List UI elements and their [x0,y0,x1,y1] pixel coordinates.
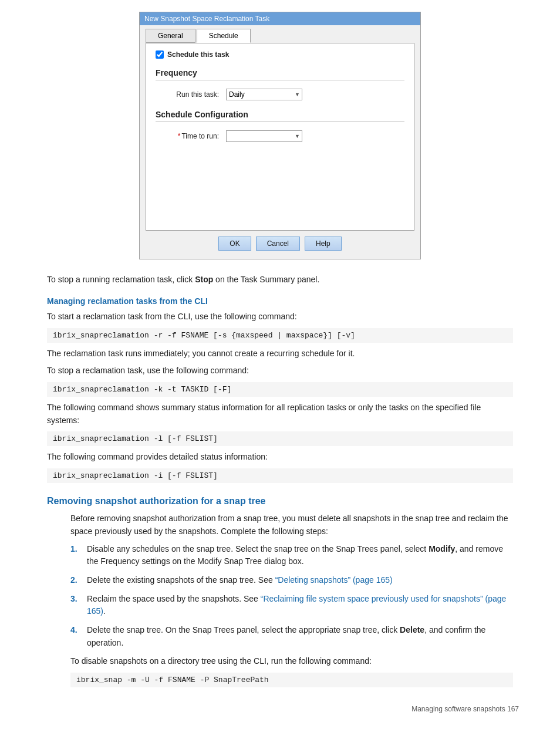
step-2: 2. Delete the existing snapshots of the … [70,574,513,587]
dialog-content: Schedule this task Frequency Run this ta… [146,43,414,231]
tab-schedule[interactable]: Schedule [197,29,251,43]
dialog-tabs: General Schedule [140,25,420,43]
step-2-num: 2. [70,574,81,587]
steps-list: 1. Disable any schedules on the snap tre… [70,543,513,650]
page-footer: Managing software snapshots 167 [35,705,525,713]
time-select-wrapper[interactable] [226,130,302,142]
run-task-label: Run this task: [156,90,226,99]
cli-para1: To start a reclamation task from the CLI… [47,310,513,323]
cancel-button[interactable]: Cancel [256,237,300,251]
cli-snap-code: ibrix_snap -m -U -f FSNAME -P SnapTreePa… [70,673,513,687]
cli-para4: The following command shows summary stat… [47,401,513,427]
schedule-checkbox-label: Schedule this task [167,50,229,59]
run-frequency-wrapper[interactable]: Daily Weekly Monthly [226,89,302,100]
frequency-heading: Frequency [156,68,404,80]
run-frequency-select[interactable]: Daily Weekly Monthly [226,89,302,100]
step-3-num: 3. [70,593,81,606]
dialog-buttons: OK Cancel Help [140,231,420,253]
remove-section-heading: Removing snapshot authorization for a sn… [47,496,513,507]
run-task-row: Run this task: Daily Weekly Monthly [156,89,404,100]
time-to-run-label: *Time to run: [156,132,226,140]
cli-para5: The following command provides detailed … [47,451,513,464]
schedule-checkbox[interactable] [156,50,164,59]
step-1-num: 1. [70,543,81,556]
cli-code3: ibrix_snapreclamation -l [-f FSLIST] [47,431,513,446]
cli-section-heading: Managing reclamation tasks from the CLI [47,296,513,306]
dialog-box: New Snapshot Space Reclamation Task Gene… [139,12,421,259]
time-to-run-row: *Time to run: [156,130,404,142]
step-1-text: Disable any schedules on the snap tree. … [87,543,513,568]
cli-code4: ibrix_snapreclamation -i [-f FSLIST] [47,468,513,483]
time-select[interactable] [226,130,302,142]
cli-code2: ibrix_snapreclamation -k -t TASKID [-F] [47,382,513,397]
step-1: 1. Disable any schedules on the snap tre… [70,543,513,568]
step-2-link[interactable]: “Deleting snapshots” (page 165) [275,575,393,585]
help-button[interactable]: Help [305,237,342,251]
required-marker: * [178,132,181,140]
schedule-config-heading: Schedule Configuration [156,110,404,122]
cli-code1: ibrix_snapreclamation -r -f FSNAME [-s {… [47,328,513,343]
step-2-text: Delete the existing snapshots of the sna… [87,574,513,587]
stop-bold: Stop [195,275,213,284]
main-content: To stop a running reclamation task, clic… [35,274,525,687]
tab-general[interactable]: General [146,29,195,43]
ok-button[interactable]: OK [218,237,251,251]
step-3: 3. Reclaim the space used by the snapsho… [70,593,513,618]
step-4-num: 4. [70,624,81,637]
step-4: 4. Delete the snap tree. On the Snap Tre… [70,624,513,649]
cli-para3: To stop a reclamation task, use the foll… [47,364,513,377]
step-3-text: Reclaim the space used by the snapshots.… [87,593,513,618]
schedule-checkbox-row: Schedule this task [156,50,404,59]
remove-section-content: Before removing snapshot authorization f… [47,512,513,687]
remove-intro: Before removing snapshot authorization f… [70,512,513,538]
step-4-text: Delete the snap tree. On the Snap Trees … [87,624,513,649]
stop-note: To stop a running reclamation task, clic… [47,274,513,286]
cli-para2: The reclamation task runs immediately; y… [47,347,513,360]
footer-text: Managing software snapshots 167 [411,705,519,713]
dialog-title: New Snapshot Space Reclamation Task [140,12,420,25]
cli-disable-note: To disable snapshots on a directory tree… [70,655,513,668]
